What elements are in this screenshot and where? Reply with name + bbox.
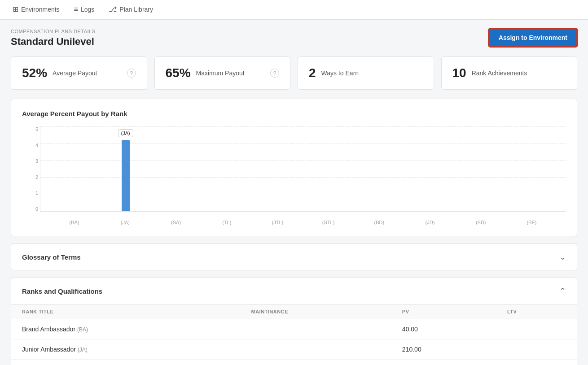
chart-x-label: (JD) [404,220,455,225]
ranks-header[interactable]: Ranks and Qualifications ⌃ [11,278,577,304]
rank-title-cell: Senior Ambassador (SA) [11,360,241,365]
chart-bar-group [49,126,100,211]
chart-x-label: (BE) [506,220,557,225]
glossary-title: Glossary of Terms [22,253,81,261]
rank-ltv-cell [496,339,577,360]
chart-area: 5 4 3 2 1 0 (JA) [22,126,566,225]
chart-x-label: (JA) [100,220,150,225]
chart-bar-group [456,126,506,211]
chart-y-label-2: 2 [35,174,38,180]
stat-label-max-payout: Maximum Payout [196,70,245,77]
stat-value-max-payout: 65% [166,66,191,80]
chart-bar-tooltip: (JA) [118,129,133,137]
chart-y-label-1: 1 [35,190,38,196]
plan-library-icon: ⎇ [109,5,117,13]
page-header: COMPENSATION PLANS DETAILS Standard Unil… [11,29,577,48]
chart-bar-ja: (JA) [122,140,130,211]
chart-x-label: (JTL) [252,220,303,225]
rank-abbr: (JA) [78,347,88,353]
logs-icon: ≡ [74,5,78,13]
rank-maintenance-cell [241,319,391,339]
stat-label-ways-to-earn: Ways to Earn [321,70,359,77]
page-title: Standard Unilevel [11,36,96,48]
nav-logs-label: Logs [81,6,94,13]
chart-x-label: (STL) [303,220,354,225]
stat-card-max-payout: 65% Maximum Payout ? [154,56,291,90]
glossary-header[interactable]: Glossary of Terms ⌄ [11,244,577,270]
rank-ltv-cell [496,360,577,365]
chevron-up-icon: ⌃ [559,286,566,296]
top-nav: ⊞ Environments ≡ Logs ⎇ Plan Library [0,0,588,20]
assign-to-environment-button[interactable]: Assign to Environment [489,29,577,47]
chart-bar-group [405,126,456,211]
rank-pv-cell: 425.00 [391,360,496,365]
rank-pv-cell: 210.00 [391,339,496,360]
rank-title-cell: Junior Ambassador (JA) [11,339,241,360]
rank-abbr: (BA) [77,326,88,333]
chart-y-label-3: 3 [35,158,38,164]
ranks-card: Ranks and Qualifications ⌃ RANK TITLE MA… [11,278,577,365]
glossary-card: Glossary of Terms ⌄ [11,243,577,270]
col-maintenance: MAINTINANCE [241,304,391,319]
table-row: Brand Ambassador (BA)40.00 [11,319,577,339]
rank-pv-cell: 40.00 [391,319,496,339]
chart-x-labels: (BA)(JA)(SA)(TL)(JTL)(STL)(BD)(JD)(SD)(B… [40,220,566,225]
table-row: Senior Ambassador (SA)425.00 [11,360,577,365]
chart-x-label: (SD) [456,220,506,225]
stat-value-rank-achievements: 10 [452,66,466,80]
col-rank-title: RANK TITLE [11,304,241,319]
col-ltv: LTV [496,304,577,319]
breadcrumb: COMPENSATION PLANS DETAILS [11,29,96,34]
rank-maintenance-cell [241,339,391,360]
main-content: COMPENSATION PLANS DETAILS Standard Unil… [0,20,588,365]
environments-icon: ⊞ [13,5,18,13]
stat-card-ways-to-earn: 2 Ways to Earn [298,56,434,90]
chart-bar-group [202,126,252,211]
stat-value-ways-to-earn: 2 [309,66,316,80]
help-icon-avg-payout[interactable]: ? [127,69,136,78]
nav-plan-library[interactable]: ⎇ Plan Library [107,0,155,20]
chart-title: Average Percent Payout by Rank [22,110,566,117]
chart-x-label: (TL) [202,220,252,225]
chart-y-label-4: 4 [35,143,38,148]
chart-bar-group [151,126,202,211]
table-row: Junior Ambassador (JA)210.00 [11,339,577,360]
ranks-table: RANK TITLE MAINTINANCE PV LTV Brand Amba… [11,304,577,365]
chart-bar-group: (JA) [100,126,151,211]
rank-title-cell: Brand Ambassador (BA) [11,319,241,339]
chart-bars: (JA) [40,126,566,211]
chart-bar-group [354,126,405,211]
help-icon-max-payout[interactable]: ? [270,69,279,78]
nav-environments[interactable]: ⊞ Environments [11,0,61,20]
rank-maintenance-cell [241,360,391,365]
chart-bar-group [303,126,354,211]
chart-x-label: (BD) [354,220,404,225]
chart-bar-group [506,126,557,211]
chevron-down-icon: ⌄ [559,252,566,262]
stat-value-avg-payout: 52% [22,66,47,80]
chart-y-label-5: 5 [35,126,38,132]
chart-x-label: (SA) [150,220,201,225]
stat-label-rank-achievements: Rank Achievements [472,70,527,77]
chart-bar-group [252,126,303,211]
chart-y-label-0: 0 [35,206,38,212]
stat-card-rank-achievements: 10 Rank Achievements [441,56,578,90]
nav-environments-label: Environments [21,6,60,13]
chart-x-label: (BA) [49,220,100,225]
chart-inner: (JA) [40,126,566,212]
page-header-left: COMPENSATION PLANS DETAILS Standard Unil… [11,29,96,48]
ranks-title: Ranks and Qualifications [22,287,102,295]
chart-y-labels: 5 4 3 2 1 0 [22,126,38,212]
col-pv: PV [391,304,496,319]
stats-row: 52% Average Payout ? 65% Maximum Payout … [11,56,577,90]
nav-plan-library-label: Plan Library [119,6,153,13]
stat-card-avg-payout: 52% Average Payout ? [11,56,147,90]
nav-logs[interactable]: ≡ Logs [72,0,97,20]
rank-ltv-cell [496,319,577,339]
chart-card: Average Percent Payout by Rank 5 4 3 2 1… [11,99,577,236]
ranks-table-header-row: RANK TITLE MAINTINANCE PV LTV [11,304,577,319]
stat-label-avg-payout: Average Payout [53,70,97,77]
